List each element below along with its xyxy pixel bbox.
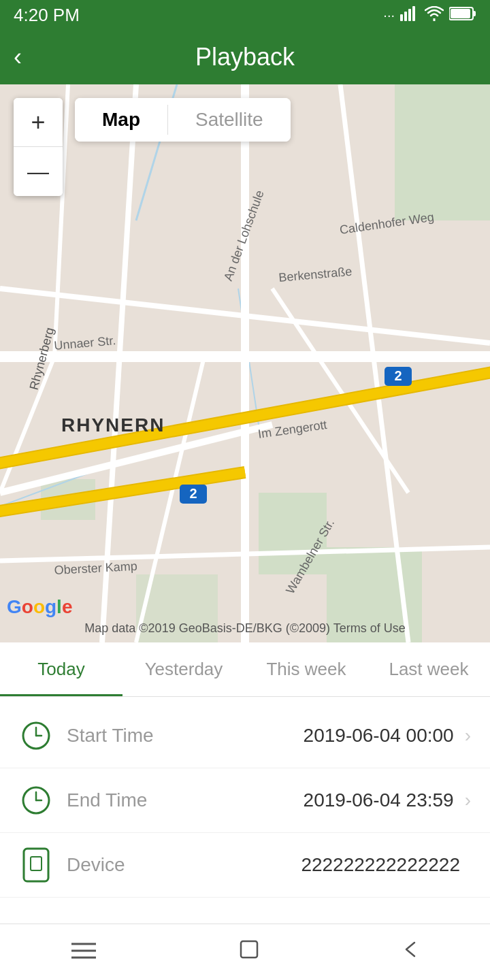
map-zoom-controls: + —	[14, 98, 63, 196]
end-time-value: 2019-06-04 23:59	[176, 789, 454, 811]
map-type-toggle: Map Satellite	[75, 98, 291, 142]
svg-rect-54	[31, 857, 42, 870]
svg-text:2: 2	[394, 368, 402, 383]
device-label: Device	[67, 854, 176, 876]
battery-icon	[449, 5, 476, 26]
end-time-chevron: ›	[465, 789, 471, 811]
tabs-container: Today Yesterday This week Last week	[0, 642, 490, 697]
header: ‹ Playback	[0, 30, 490, 84]
settings-section: Start Time 2019-06-04 00:00 › End Time 2…	[0, 697, 490, 904]
tab-today[interactable]: Today	[0, 642, 122, 696]
signal-icon: ···	[383, 7, 395, 23]
map-svg: Unnaer Str. An der Lohschule Im Zengerot…	[0, 84, 490, 642]
zoom-in-button[interactable]: +	[14, 98, 63, 147]
svg-rect-1	[404, 12, 407, 21]
wifi-icon	[425, 5, 444, 26]
start-time-chevron: ›	[465, 725, 471, 747]
svg-rect-6	[473, 11, 476, 16]
back-button[interactable]: ‹	[14, 45, 22, 69]
tab-yesterday[interactable]: Yesterday	[122, 642, 245, 696]
google-logo: Google	[7, 596, 72, 618]
device-icon-container	[19, 848, 53, 882]
bottom-nav	[0, 924, 490, 980]
start-time-row[interactable]: Start Time 2019-06-04 00:00 ›	[0, 704, 490, 768]
device-value: 222222222222222	[176, 854, 460, 876]
map-type-satellite-button[interactable]: Satellite	[168, 98, 291, 142]
page-title: Playback	[195, 43, 295, 71]
svg-rect-3	[412, 6, 415, 21]
end-time-icon	[19, 783, 53, 817]
back-nav-icon[interactable]	[402, 938, 419, 966]
svg-text:RHYNERN: RHYNERN	[61, 414, 165, 436]
device-row[interactable]: Device 222222222222222	[0, 833, 490, 898]
start-time-icon	[19, 719, 53, 753]
end-time-row[interactable]: End Time 2019-06-04 23:59 ›	[0, 768, 490, 833]
map-attribution: Map data ©2019 GeoBasis-DE/BKG (©2009) T…	[0, 621, 490, 636]
svg-rect-0	[400, 14, 403, 21]
svg-rect-8	[395, 84, 490, 220]
end-time-label: End Time	[67, 789, 176, 811]
menu-icon[interactable]	[71, 938, 96, 966]
start-time-value: 2019-06-04 00:00	[176, 725, 454, 747]
map-type-map-button[interactable]: Map	[75, 98, 167, 142]
zoom-out-button[interactable]: —	[14, 147, 63, 196]
home-icon[interactable]	[238, 938, 260, 966]
tab-last-week[interactable]: Last week	[368, 642, 490, 696]
svg-rect-53	[24, 849, 48, 881]
svg-text:2: 2	[189, 486, 197, 501]
status-time: 4:20 PM	[14, 5, 80, 26]
svg-rect-5	[451, 9, 470, 18]
tab-this-week[interactable]: This week	[245, 642, 368, 696]
map-container[interactable]: Unnaer Str. An der Lohschule Im Zengerot…	[0, 84, 490, 642]
status-icons: ···	[383, 5, 476, 26]
network-icon	[400, 5, 419, 26]
start-time-label: Start Time	[67, 725, 176, 747]
status-bar: 4:20 PM ···	[0, 0, 490, 30]
svg-rect-2	[408, 9, 411, 21]
svg-rect-58	[241, 941, 257, 958]
